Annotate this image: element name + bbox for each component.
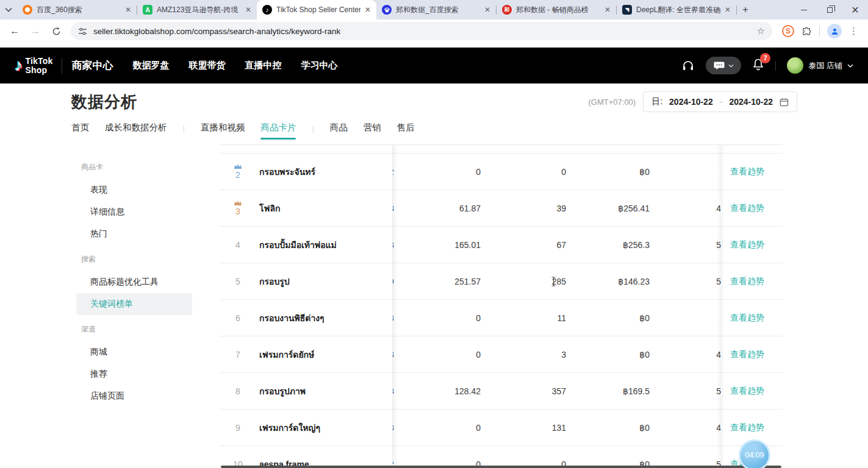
sidebar-item-keyword-rank[interactable]: 关键词榜单	[76, 293, 192, 315]
table-row[interactable]: 8 กรอบรูปภาพ 3 128.42 357 ฿169.5 5 查看趋势	[220, 373, 783, 410]
sidebar-section-search: 搜索	[70, 245, 197, 271]
notifications-button[interactable]: 7	[752, 58, 764, 74]
tab-close-icon[interactable]: ✕	[484, 5, 490, 14]
site-info-icon[interactable]	[78, 27, 87, 35]
keyword-cell: กรอบพระจันทร์	[259, 154, 315, 190]
action-cell: 查看趋势	[722, 336, 783, 372]
rank-cell: 3	[229, 190, 246, 226]
table-row[interactable]: 7 เฟรมการ์ดยักษ์ 3 0 3 ฿0 4 查看趋势	[220, 336, 783, 373]
extension-s-icon[interactable]: S	[782, 25, 794, 37]
tiktok-shop-logo[interactable]: ♪ TikTokShop	[15, 56, 53, 75]
table-row[interactable]: 9 เฟรมการ์ดใหญ่ๆ 3 0 131 ฿0 4 查看趋势	[220, 410, 783, 446]
tab-close-icon[interactable]: ✕	[604, 5, 611, 14]
date-range-picker[interactable]: 日: 2024-10-22 - 2024-10-22	[643, 91, 797, 112]
table-row[interactable]: 6 กรอบงานพิธีต่างๆ 3 0 11 ฿0 查看趋势	[220, 300, 783, 336]
url-text[interactable]: seller.tiktokglobalshop.com/compass/sear…	[93, 27, 751, 36]
tab-home[interactable]: 首页	[71, 122, 89, 135]
tiktok-note-icon: ♪	[15, 56, 23, 75]
chevron-down-icon	[5, 7, 12, 12]
tab-growth-analytics[interactable]: 成长和数据分析	[105, 122, 167, 135]
tab-product[interactable]: 商品	[330, 122, 348, 135]
sidebar-item-performance[interactable]: 表现	[76, 179, 192, 201]
sidebar-item-mall[interactable]: 商城	[76, 341, 192, 363]
nav-live-center[interactable]: 直播中控	[245, 60, 282, 71]
browser-tab-amz123[interactable]: A AMZ123亚马逊导航-跨境 ✕	[137, 0, 257, 20]
browser-menu-icon[interactable]: ⋮	[849, 26, 858, 37]
sidebar-item-shop-page[interactable]: 店铺页面	[76, 385, 192, 407]
rank-cell: 4	[229, 227, 246, 263]
close-button[interactable]: ✕	[842, 0, 868, 20]
tab-aftersales[interactable]: 售后	[397, 122, 415, 135]
table-row[interactable]: 4 กรอบปั้มมือเท้าพ่อแม่ 3 165.01 67 ฿256…	[220, 227, 783, 263]
extensions-puzzle-icon[interactable]	[802, 26, 812, 37]
browser-profile-avatar[interactable]	[827, 24, 842, 38]
sidebar-item-title-optimizer[interactable]: 商品标题优化工具	[76, 271, 192, 293]
horizontal-scrollbar[interactable]	[221, 466, 781, 468]
deepl-icon: ◥	[622, 5, 632, 15]
metric-col2: 11	[557, 300, 566, 336]
view-trend-link[interactable]: 查看趋势	[730, 386, 764, 397]
browser-tab-zhenghe-rank[interactable]: 和 郑和数据 - 畅销商品榜 ✕	[497, 0, 616, 20]
scrolled-metrics-pane: 2 0 0 ฿0	[392, 154, 722, 190]
keyword-cell: กรอบงานพิธีต่างๆ	[259, 300, 325, 336]
tab-title: 百度_360搜索	[37, 5, 121, 15]
table-row[interactable]: 10 aespa frame 2 0 0 ฿0 5 查看趋势	[220, 446, 783, 468]
minimize-button[interactable]	[791, 0, 817, 20]
view-trend-link[interactable]: 查看趋势	[730, 422, 764, 433]
browser-tab-tiktok-shop[interactable]: ♪ TikTok Shop Seller Center ✕	[257, 0, 376, 20]
keyword-cell: เฟรมการ์ดยักษ์	[259, 336, 314, 372]
address-bar[interactable]: seller.tiktokglobalshop.com/compass/sear…	[71, 22, 772, 40]
scrolled-metrics-pane: 3 61.87 39 ฿256.41 4	[392, 190, 722, 226]
reload-button[interactable]	[46, 21, 66, 41]
back-button[interactable]: ←	[5, 21, 24, 41]
nav-learning-center[interactable]: 学习中心	[301, 60, 338, 71]
metric-col2: 67	[556, 227, 566, 263]
frozen-right-border	[722, 145, 723, 465]
browser-tab-zhenghe-baidu[interactable]: 郑和数据_百度搜索 ✕	[376, 0, 496, 20]
view-trend-link[interactable]: 查看趋势	[730, 313, 764, 324]
date-filter-row: (GMT+07:00) 日: 2024-10-22 - 2024-10-22	[589, 91, 797, 112]
sidebar-item-recommend[interactable]: 推荐	[76, 363, 192, 385]
table-row[interactable]: 2 กรอบพระจันทร์ 2 0 0 ฿0 查看趋势	[220, 154, 783, 190]
keyword-cell: กรอบปั้มมือเท้าพ่อแม่	[259, 227, 337, 263]
view-trend-link[interactable]: 查看趋势	[730, 166, 764, 177]
forward-button[interactable]: →	[26, 21, 45, 41]
tab-search-button[interactable]	[0, 0, 17, 20]
date-end[interactable]: 2024-10-22	[729, 97, 773, 107]
view-trend-link[interactable]: 查看趋势	[730, 239, 764, 250]
date-start[interactable]: 2024-10-22	[669, 97, 713, 107]
nav-affiliate[interactable]: 联盟带货	[189, 60, 226, 71]
screen-record-timer-bubble[interactable]: 04:09	[739, 439, 770, 468]
tab-live-video[interactable]: 直播和视频	[201, 122, 245, 135]
sidebar-item-trending[interactable]: 热门	[76, 223, 192, 245]
tab-close-icon[interactable]: ✕	[725, 5, 731, 14]
metric-col1: 0	[476, 336, 481, 372]
metric-col1: 0	[476, 154, 481, 190]
view-trend-link[interactable]: 查看趋势	[730, 349, 764, 360]
new-tab-button[interactable]: +	[737, 1, 754, 18]
chat-button[interactable]	[706, 57, 741, 74]
view-trend-link[interactable]: 查看趋势	[730, 276, 764, 287]
browser-tab-baidu360[interactable]: 百度_360搜索 ✕	[17, 0, 137, 20]
store-switcher[interactable]: 泰国 店铺	[787, 57, 853, 74]
restore-button[interactable]	[817, 0, 842, 20]
sidebar-item-details[interactable]: 详细信息	[76, 201, 192, 223]
metric-col2: 357	[552, 373, 566, 409]
tab-close-icon[interactable]: ✕	[245, 5, 251, 14]
rank-number: 4	[235, 240, 240, 250]
keyword-cell: เฟรมการ์ดใหญ่ๆ	[259, 410, 320, 445]
nav-seller-center[interactable]: 商家中心	[72, 58, 113, 73]
tab-close-icon[interactable]: ✕	[125, 5, 131, 14]
table-row[interactable]: 3 โฟลิก 3 61.87 39 ฿256.41 4 查看趋势	[220, 190, 783, 227]
tab-marketing[interactable]: 营销	[364, 122, 381, 135]
tab-close-icon[interactable]: ✕	[365, 5, 371, 14]
browser-tab-deepl[interactable]: ◥ DeepL翻译: 全世界最准确 ✕	[617, 0, 736, 20]
nav-data-compass[interactable]: 数据罗盘	[133, 60, 170, 71]
calendar-icon[interactable]	[780, 98, 789, 107]
table-row[interactable]: 5 กรอบรูป 9 251.57 285 ฿146.23 5 查看趋势	[220, 263, 783, 300]
headset-icon[interactable]	[681, 59, 695, 73]
bookmark-star-icon[interactable]: ☆	[757, 26, 765, 37]
360-search-icon	[23, 5, 32, 15]
view-trend-link[interactable]: 查看趋势	[730, 203, 764, 214]
tab-product-card[interactable]: 商品卡片	[260, 122, 296, 135]
